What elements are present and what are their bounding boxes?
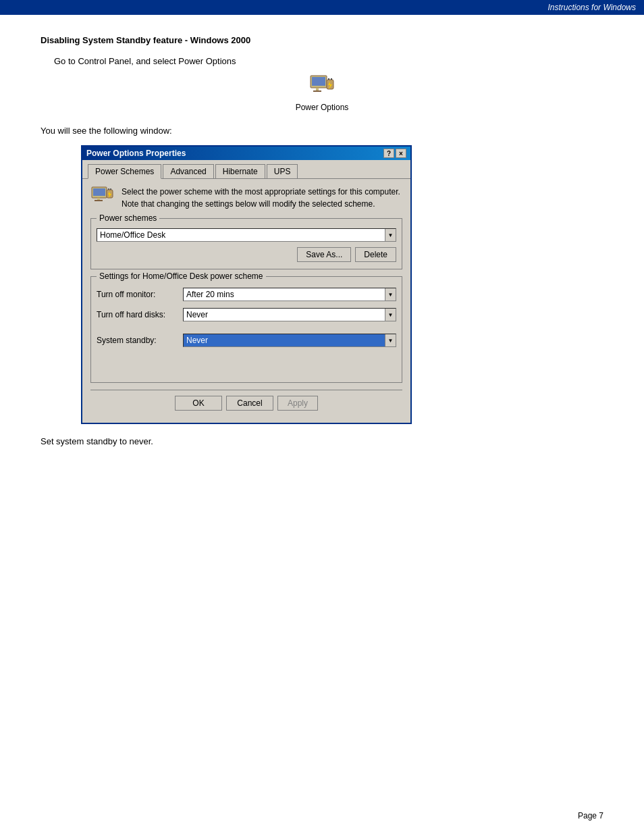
ok-button[interactable]: OK	[175, 396, 222, 411]
turn-off-hard-disks-dropdown[interactable]: Never ▼	[183, 308, 396, 321]
tab-power-schemes[interactable]: Power Schemes	[88, 164, 161, 179]
scheme-row: Home/Office Desk ▼	[97, 228, 396, 242]
power-options-icon-container: Power Options	[41, 74, 603, 112]
info-text: Select the power scheme with the most ap…	[122, 186, 402, 210]
page-number: Page 7	[578, 811, 603, 820]
main-content: Disabling System Standby feature - Windo…	[0, 15, 644, 467]
power-options-dialog: Power Options Properties ? × Power Schem…	[81, 145, 412, 424]
turn-off-monitor-arrow[interactable]: ▼	[385, 288, 396, 301]
following-window-text: You will see the following window:	[41, 126, 603, 136]
svg-rect-10	[97, 198, 100, 200]
power-schemes-group: Power schemes Home/Office Desk ▼ Save As…	[90, 218, 402, 269]
svg-rect-1	[312, 77, 325, 86]
scheme-dropdown-arrow[interactable]: ▼	[385, 229, 396, 241]
tab-advanced[interactable]: Advanced	[163, 164, 213, 178]
close-button[interactable]: ×	[396, 149, 406, 158]
instruction-text: Go to Control Panel, and select Power Op…	[54, 56, 603, 66]
settings-group: Settings for Home/Office Desk power sche…	[90, 276, 402, 383]
system-standby-dropdown[interactable]: Never ▼	[183, 334, 396, 347]
info-section: Select the power scheme with the most ap…	[90, 186, 402, 210]
power-schemes-legend: Power schemes	[97, 213, 159, 223]
scheme-dropdown[interactable]: Home/Office Desk ▼	[97, 228, 396, 242]
turn-off-monitor-value: After 20 mins	[184, 288, 385, 301]
system-standby-row: System standby: Never ▼	[97, 334, 396, 347]
turn-off-monitor-dropdown[interactable]: After 20 mins ▼	[183, 288, 396, 301]
svg-rect-9	[93, 188, 105, 196]
power-options-icon-label: Power Options	[296, 103, 349, 112]
save-delete-row: Save As... Delete	[97, 247, 396, 262]
system-standby-label: System standby:	[97, 336, 178, 345]
scheme-value: Home/Office Desk	[97, 229, 385, 241]
settings-legend: Settings for Home/Office Desk power sche…	[97, 271, 266, 281]
titlebar-buttons: ? ×	[383, 149, 406, 158]
dialog-info-icon	[90, 186, 115, 210]
page-title: Disabling System Standby feature - Windo…	[41, 35, 603, 45]
turn-off-hard-disks-row: Turn off hard disks: Never ▼	[97, 308, 396, 321]
turn-off-monitor-label: Turn off monitor:	[97, 290, 178, 299]
header-text: Instructions for Windows	[547, 3, 636, 12]
save-as-button[interactable]: Save As...	[297, 247, 351, 262]
delete-button[interactable]: Delete	[355, 247, 396, 262]
bottom-instruction-text: Set system standby to never.	[41, 436, 603, 446]
cancel-button[interactable]: Cancel	[226, 396, 273, 411]
turn-off-monitor-row: Turn off monitor: After 20 mins ▼	[97, 288, 396, 301]
dialog-tabs: Power Schemes Advanced Hibernate UPS	[82, 160, 410, 179]
dialog-body: Select the power scheme with the most ap…	[82, 179, 410, 423]
turn-off-hard-disks-label: Turn off hard disks:	[97, 310, 178, 319]
svg-rect-3	[313, 90, 321, 92]
system-standby-value: Never	[184, 334, 385, 346]
tab-hibernate[interactable]: Hibernate	[215, 164, 265, 178]
power-options-svg-icon	[308, 74, 336, 100]
apply-button[interactable]: Apply	[277, 396, 318, 411]
help-button[interactable]: ?	[383, 149, 394, 158]
svg-rect-11	[95, 200, 103, 201]
header-bar: Instructions for Windows	[0, 0, 644, 15]
tab-ups[interactable]: UPS	[267, 164, 298, 178]
dialog-footer: OK Cancel Apply	[90, 390, 402, 416]
system-standby-arrow[interactable]: ▼	[385, 334, 396, 346]
svg-rect-2	[316, 88, 319, 90]
turn-off-hard-disks-arrow[interactable]: ▼	[385, 309, 396, 321]
dialog-title: Power Options Properties	[86, 149, 186, 158]
dialog-titlebar: Power Options Properties ? ×	[82, 147, 410, 160]
turn-off-hard-disks-value: Never	[184, 309, 385, 321]
